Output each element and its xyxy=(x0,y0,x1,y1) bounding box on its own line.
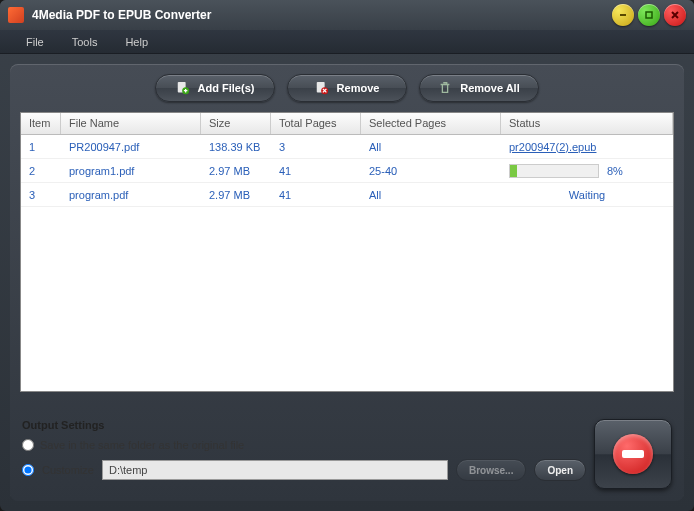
output-settings: Output Settings Save in the same folder … xyxy=(22,419,586,489)
menu-file[interactable]: File xyxy=(12,32,58,52)
stop-button[interactable] xyxy=(594,419,672,489)
table-row[interactable]: 2program1.pdf2.97 MB4125-408% xyxy=(21,159,673,183)
svg-rect-0 xyxy=(620,14,626,16)
table-row[interactable]: 1PR200947.pdf138.39 KB3Allpr200947(2).ep… xyxy=(21,135,673,159)
same-folder-radio[interactable] xyxy=(22,439,34,451)
cell-item: 1 xyxy=(21,141,61,153)
remove-label: Remove xyxy=(337,82,380,94)
cell-status: pr200947(2).epub xyxy=(501,141,673,153)
cell-size: 138.39 KB xyxy=(201,141,271,153)
add-files-label: Add File(s) xyxy=(198,82,255,94)
cell-status: Waiting xyxy=(501,189,673,201)
cell-status: 8% xyxy=(501,164,673,178)
same-folder-row: Save in the same folder as the original … xyxy=(22,439,586,451)
close-button[interactable] xyxy=(664,4,686,26)
cell-total-pages: 41 xyxy=(271,189,361,201)
col-selected-pages[interactable]: Selected Pages xyxy=(361,113,501,134)
app-title: 4Media PDF to EPUB Converter xyxy=(32,8,608,22)
output-path-input[interactable] xyxy=(102,460,448,480)
cell-item: 3 xyxy=(21,189,61,201)
progress-wrap: 8% xyxy=(509,164,665,178)
remove-all-button[interactable]: Remove All xyxy=(419,74,539,102)
menubar: File Tools Help xyxy=(0,30,694,54)
customize-label: Customize xyxy=(42,464,94,476)
toolbar: Add File(s) Remove Remove All xyxy=(20,74,674,102)
menu-tools[interactable]: Tools xyxy=(58,32,112,52)
titlebar: 4Media PDF to EPUB Converter xyxy=(0,0,694,30)
cell-filename: program1.pdf xyxy=(61,165,201,177)
output-title: Output Settings xyxy=(22,419,586,431)
app-icon xyxy=(8,7,24,23)
progress-fill xyxy=(510,165,517,177)
cell-filename: PR200947.pdf xyxy=(61,141,201,153)
col-filename[interactable]: File Name xyxy=(61,113,201,134)
maximize-button[interactable] xyxy=(638,4,660,26)
customize-radio[interactable] xyxy=(22,464,34,476)
add-files-button[interactable]: Add File(s) xyxy=(155,74,275,102)
remove-file-icon xyxy=(315,81,329,95)
grid-header: Item File Name Size Total Pages Selected… xyxy=(21,113,673,135)
cell-total-pages: 41 xyxy=(271,165,361,177)
content-panel: Add File(s) Remove Remove All Item File … xyxy=(10,64,684,501)
trash-icon xyxy=(438,81,452,95)
svg-rect-1 xyxy=(646,12,652,18)
remove-button[interactable]: Remove xyxy=(287,74,407,102)
cell-item: 2 xyxy=(21,165,61,177)
stop-icon xyxy=(613,434,653,474)
status-waiting: Waiting xyxy=(509,189,665,201)
remove-all-label: Remove All xyxy=(460,82,520,94)
cell-filename: program.pdf xyxy=(61,189,201,201)
file-grid: Item File Name Size Total Pages Selected… xyxy=(20,112,674,392)
cell-size: 2.97 MB xyxy=(201,189,271,201)
col-status[interactable]: Status xyxy=(501,113,673,134)
browse-button[interactable]: Browse... xyxy=(456,459,526,481)
col-item[interactable]: Item xyxy=(21,113,61,134)
customize-row: Customize Browse... Open xyxy=(22,459,586,481)
open-button[interactable]: Open xyxy=(534,459,586,481)
app-window: 4Media PDF to EPUB Converter File Tools … xyxy=(0,0,694,511)
cell-size: 2.97 MB xyxy=(201,165,271,177)
cell-selected-pages: All xyxy=(361,189,501,201)
output-file-link[interactable]: pr200947(2).epub xyxy=(509,141,596,153)
minimize-button[interactable] xyxy=(612,4,634,26)
cell-selected-pages: 25-40 xyxy=(361,165,501,177)
grid-body: 1PR200947.pdf138.39 KB3Allpr200947(2).ep… xyxy=(21,135,673,207)
same-folder-label: Save in the same folder as the original … xyxy=(40,439,244,451)
add-file-icon xyxy=(176,81,190,95)
cell-selected-pages: All xyxy=(361,141,501,153)
progress-text: 8% xyxy=(607,165,623,177)
menu-help[interactable]: Help xyxy=(111,32,162,52)
cell-total-pages: 3 xyxy=(271,141,361,153)
progress-bar xyxy=(509,164,599,178)
col-size[interactable]: Size xyxy=(201,113,271,134)
table-row[interactable]: 3program.pdf2.97 MB41AllWaiting xyxy=(21,183,673,207)
col-total-pages[interactable]: Total Pages xyxy=(271,113,361,134)
